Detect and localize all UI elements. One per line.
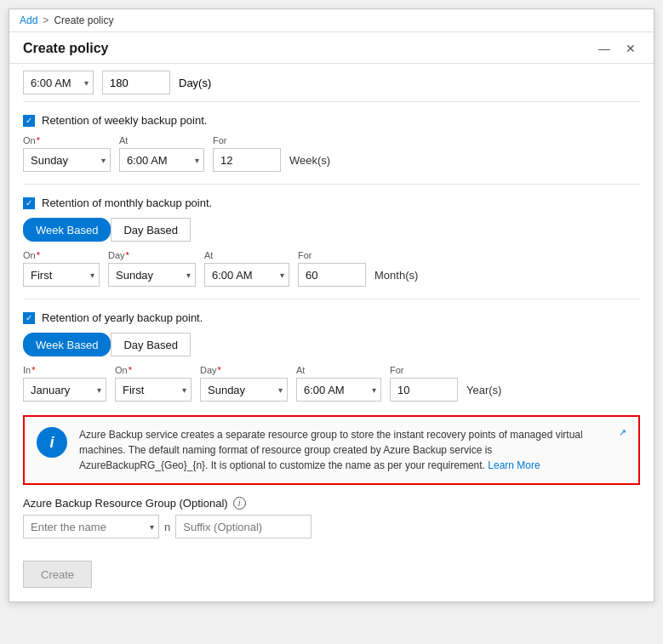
yearly-unit: Year(s) — [466, 384, 501, 402]
resource-group-section: Azure Backup Resource Group (Optional) i… — [23, 497, 640, 539]
yearly-in-select-wrapper: January February March April May June Ju… — [23, 378, 106, 402]
yearly-tab-day[interactable]: Day Based — [111, 333, 191, 356]
monthly-tab-group: Week Based Day Based — [23, 218, 640, 242]
monthly-day-select-wrapper: Sunday Monday Tuesday Wednesday Thursday… — [108, 263, 196, 287]
weekly-on-select-wrapper: Sunday Monday Tuesday Wednesday Thursday… — [23, 148, 111, 172]
yearly-on-group: On* First Second Third Fourth Last — [115, 365, 191, 402]
top-time-select[interactable]: 6:00 AM — [23, 71, 94, 94]
info-text: Azure Backup service creates a separate … — [79, 427, 607, 473]
monthly-day-select[interactable]: Sunday Monday Tuesday Wednesday Thursday… — [108, 263, 196, 287]
top-days-input[interactable] — [102, 71, 170, 94]
yearly-fields-row: In* January February March April May Jun… — [23, 365, 640, 402]
weekly-for-label: For — [213, 135, 281, 145]
yearly-label: Retention of yearly backup point. — [42, 311, 203, 324]
yearly-on-label: On* — [115, 365, 191, 375]
monthly-unit: Month(s) — [374, 269, 418, 287]
yearly-for-input[interactable] — [390, 378, 458, 402]
monthly-on-select[interactable]: First Second Third Fourth Last — [23, 263, 100, 287]
resource-name-input[interactable] — [23, 515, 159, 539]
yearly-in-label: In* — [23, 365, 106, 375]
create-button[interactable]: Create — [23, 561, 92, 588]
weekly-label: Retention of weekly backup point. — [42, 114, 207, 127]
yearly-for-label: For — [390, 365, 458, 375]
resource-group-label: Azure Backup Resource Group (Optional) i — [23, 497, 640, 510]
monthly-tab-week[interactable]: Week Based — [23, 218, 111, 242]
yearly-on-select-wrapper: First Second Third Fourth Last — [115, 378, 191, 402]
yearly-in-group: In* January February March April May Jun… — [23, 365, 106, 402]
top-time-select-wrapper: 6:00 AM — [23, 71, 94, 94]
content-area: 6:00 AM Day(s) ✓ Retention of weekly bac… — [9, 64, 654, 601]
weekly-section-header: ✓ Retention of weekly backup point. — [23, 114, 640, 127]
monthly-tab-day[interactable]: Day Based — [111, 218, 191, 242]
footer: Create — [23, 550, 640, 588]
monthly-for-label: For — [298, 250, 366, 260]
breadcrumb-current: Create policy — [54, 14, 113, 26]
monthly-label: Retention of monthly backup point. — [42, 197, 212, 209]
breadcrumb: Add > Create policy — [9, 9, 654, 32]
monthly-at-select[interactable]: 6:00 AM 7:00 AM 8:00 AM — [204, 263, 289, 287]
monthly-on-select-wrapper: First Second Third Fourth Last — [23, 263, 100, 287]
learn-more-link[interactable]: Learn More — [488, 459, 540, 471]
yearly-section-header: ✓ Retention of yearly backup point. — [23, 311, 640, 324]
breadcrumb-separator: > — [43, 14, 49, 26]
monthly-at-select-wrapper: 6:00 AM 7:00 AM 8:00 AM — [204, 263, 289, 287]
yearly-day-label: Day* — [200, 365, 288, 375]
monthly-checkbox[interactable]: ✓ — [23, 197, 35, 209]
weekly-at-select-wrapper: 6:00 AM 7:00 AM 8:00 AM — [119, 148, 204, 172]
yearly-tab-week[interactable]: Week Based — [23, 333, 111, 356]
yearly-in-select[interactable]: January February March April May June Ju… — [23, 378, 106, 402]
weekly-on-select[interactable]: Sunday Monday Tuesday Wednesday Thursday… — [23, 148, 111, 172]
weekly-section: ✓ Retention of weekly backup point. On* … — [23, 114, 640, 172]
monthly-at-group: At 6:00 AM 7:00 AM 8:00 AM — [204, 250, 289, 287]
title-bar: Create policy ― ✕ — [9, 32, 654, 64]
weekly-at-group: At 6:00 AM 7:00 AM 8:00 AM — [119, 135, 204, 172]
page-title: Create policy — [23, 41, 108, 56]
yearly-section: ✓ Retention of yearly backup point. Week… — [23, 311, 640, 402]
monthly-day-label: Day* — [108, 250, 196, 260]
breadcrumb-parent[interactable]: Add — [20, 14, 37, 26]
resource-suffix-input[interactable] — [175, 515, 311, 539]
monthly-at-label: At — [204, 250, 289, 260]
yearly-at-label: At — [296, 365, 381, 375]
top-unit: Day(s) — [179, 77, 211, 89]
yearly-at-group: At 6:00 AM 7:00 AM 8:00 AM — [296, 365, 381, 402]
weekly-on-group: On* Sunday Monday Tuesday Wednesday Thur… — [23, 135, 111, 172]
weekly-fields-row: On* Sunday Monday Tuesday Wednesday Thur… — [23, 135, 640, 172]
external-link-icon[interactable]: ↗ — [619, 427, 626, 438]
weekly-at-select[interactable]: 6:00 AM 7:00 AM 8:00 AM — [119, 148, 204, 172]
monthly-day-group: Day* Sunday Monday Tuesday Wednesday Thu… — [108, 250, 196, 287]
info-icon: i — [37, 427, 67, 458]
info-box: i Azure Backup service creates a separat… — [23, 415, 640, 485]
monthly-fields-row: On* First Second Third Fourth Last — [23, 250, 640, 287]
yearly-at-select[interactable]: 6:00 AM 7:00 AM 8:00 AM — [296, 378, 381, 402]
yearly-on-select[interactable]: First Second Third Fourth Last — [115, 378, 191, 402]
weekly-for-group: For — [213, 135, 281, 172]
yearly-day-select-wrapper: Sunday Monday Tuesday Wednesday Thursday… — [200, 378, 288, 402]
yearly-day-group: Day* Sunday Monday Tuesday Wednesday Thu… — [200, 365, 288, 402]
monthly-on-group: On* First Second Third Fourth Last — [23, 250, 100, 287]
weekly-unit: Week(s) — [289, 154, 330, 172]
yearly-tab-group: Week Based Day Based — [23, 333, 640, 356]
create-policy-window: Add > Create policy Create policy ― ✕ 6:… — [9, 9, 654, 602]
close-button[interactable]: ✕ — [621, 41, 640, 56]
truncated-top-row: 6:00 AM Day(s) — [23, 64, 640, 98]
minimize-button[interactable]: ― — [594, 41, 614, 56]
weekly-at-label: At — [119, 135, 204, 145]
n-separator: n — [164, 521, 170, 533]
monthly-on-label: On* — [23, 250, 100, 260]
resource-group-info-icon[interactable]: i — [233, 497, 246, 510]
monthly-for-group: For — [298, 250, 366, 287]
weekly-checkbox[interactable]: ✓ — [23, 115, 35, 127]
yearly-checkbox[interactable]: ✓ — [23, 312, 35, 324]
yearly-at-select-wrapper: 6:00 AM 7:00 AM 8:00 AM — [296, 378, 381, 402]
monthly-section: ✓ Retention of monthly backup point. Wee… — [23, 197, 640, 287]
monthly-section-header: ✓ Retention of monthly backup point. — [23, 197, 640, 209]
weekly-on-label: On* — [23, 135, 111, 145]
title-bar-actions: ― ✕ — [594, 41, 640, 56]
weekly-for-input[interactable] — [213, 148, 281, 172]
yearly-day-select[interactable]: Sunday Monday Tuesday Wednesday Thursday… — [200, 378, 288, 402]
yearly-for-group: For — [390, 365, 458, 402]
resource-row: n — [23, 515, 640, 539]
monthly-for-input[interactable] — [298, 263, 366, 287]
resource-input-select-wrapper — [23, 515, 159, 539]
